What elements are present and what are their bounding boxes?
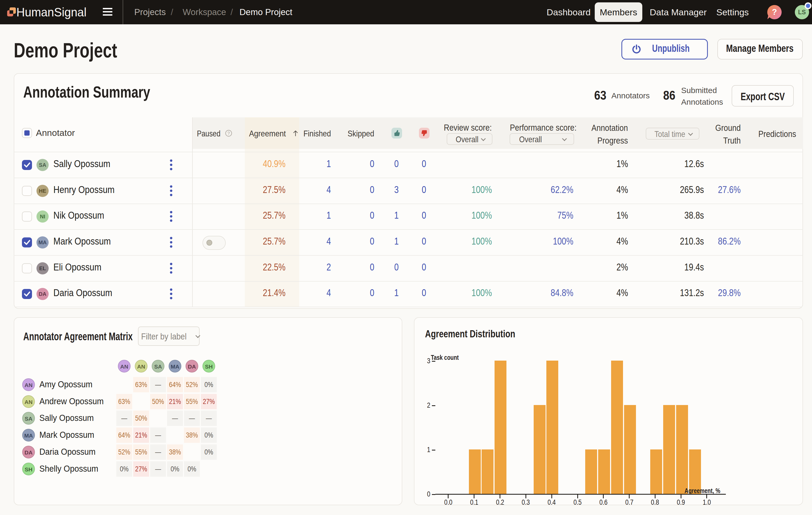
svg-text:?: ? <box>772 7 777 17</box>
svg-text:?: ? <box>228 131 230 136</box>
